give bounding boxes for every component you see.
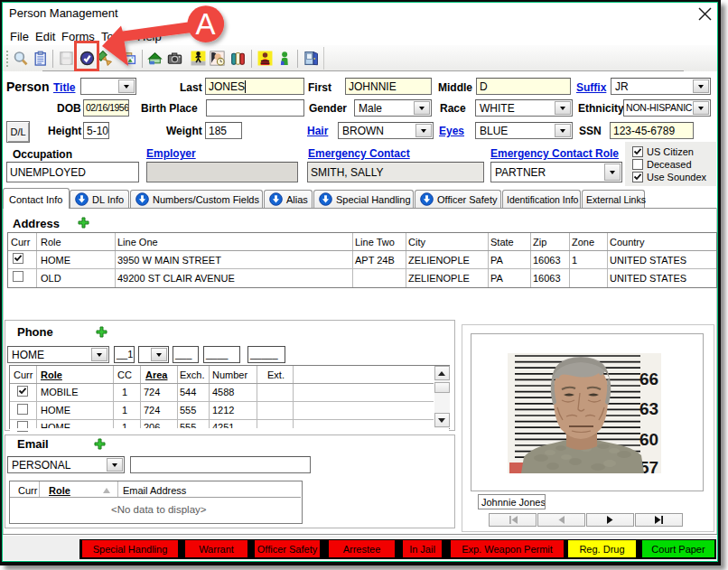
svg-text:A: A: [195, 7, 215, 41]
svg-text:60: 60: [639, 430, 658, 449]
svg-text:66: 66: [639, 369, 658, 388]
svg-text:63: 63: [639, 399, 658, 418]
